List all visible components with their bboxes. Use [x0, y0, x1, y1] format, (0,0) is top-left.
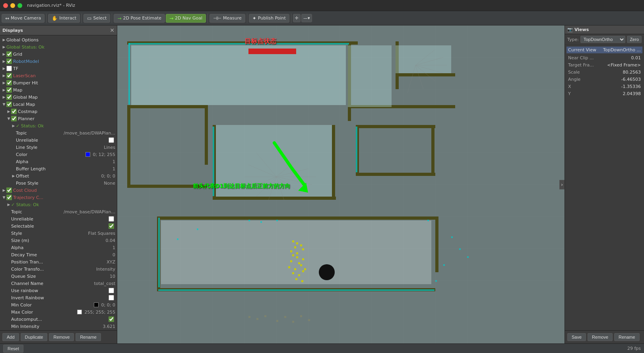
move-camera-button[interactable]: ↔ Move Camera: [2, 14, 45, 23]
localmap-checkbox[interactable]: [6, 101, 12, 107]
displays-close-button[interactable]: ✕: [110, 27, 114, 33]
views-remove-button[interactable]: Remove: [588, 333, 613, 341]
bumperhit-checkbox[interactable]: [6, 80, 12, 86]
tree-item-queuesize[interactable]: Queue Size 10: [5, 273, 117, 280]
svg-rect-36: [356, 125, 435, 128]
tree-item-postrans[interactable]: Position Tran... XYZ: [5, 258, 117, 265]
unreliable-checkbox[interactable]: [109, 137, 114, 143]
tree-item-selectable[interactable]: Selectable: [5, 222, 117, 230]
traj-unreliable-checkbox[interactable]: [109, 216, 114, 222]
svg-rect-83: [290, 260, 292, 262]
displays-tree[interactable]: ▶ Global Options ▶ Global Status: Ok ▶ G…: [0, 35, 117, 330]
tree-item-userainbow[interactable]: Use rainbow: [5, 287, 117, 294]
tree-item-grid[interactable]: ▶ Grid: [0, 51, 117, 58]
tree-item-robotmodel[interactable]: ▶ RobotModel: [0, 58, 117, 65]
tree-item-invertrainbow[interactable]: Invert Rainbow: [5, 294, 117, 301]
grid-checkbox[interactable]: [6, 51, 12, 57]
tree-item-bumperhit[interactable]: ▶ Bumper Hit: [0, 79, 117, 86]
tree-item-planner[interactable]: ▼ Planner: [5, 115, 117, 122]
views-icon: 📷: [567, 27, 573, 32]
tree-item-topic[interactable]: Topic /move_base/DWAPlan...: [10, 129, 117, 137]
remove-button[interactable]: Remove: [49, 333, 74, 341]
tree-item-globalmap[interactable]: ▶ Global Map: [0, 94, 117, 101]
trajectory-checkbox[interactable]: [6, 195, 12, 200]
tree-item-trajectory[interactable]: ▼ Trajectory C...: [0, 194, 117, 201]
selectable-checkbox[interactable]: [109, 223, 114, 229]
tree-item-linestyle[interactable]: Line Style Lines: [10, 144, 117, 151]
nav-goal-button[interactable]: → 2D Nav Goal: [166, 14, 206, 23]
tree-item-alpha2[interactable]: Alpha 1: [5, 244, 117, 251]
target-status-annotation: 目标点状态: [244, 37, 276, 46]
userainbow-checkbox[interactable]: [109, 288, 114, 293]
tree-item-global-options[interactable]: ▶ Global Options: [0, 36, 117, 43]
minimize-button[interactable]: [10, 3, 15, 8]
maxcolor-value: 255; 255; 255: [85, 310, 115, 315]
tree-item-posestyle[interactable]: Pose Style None: [10, 179, 117, 187]
reset-button[interactable]: Reset: [3, 345, 23, 353]
tree-item-traj-topic[interactable]: Topic /move_base/DWAPlan...: [5, 208, 117, 215]
views-rename-button[interactable]: Rename: [614, 333, 640, 341]
tree-item-mincolor[interactable]: Min Color 0; 0; 0: [5, 301, 117, 308]
tree-item-global-status[interactable]: ▶ Global Status: Ok: [0, 43, 117, 51]
tree-item-offset[interactable]: ▶ Offset 0; 0; 0: [10, 172, 117, 179]
map-checkbox[interactable]: [6, 87, 12, 93]
tree-item-traj-status[interactable]: ▶ ✓ Status: Ok: [5, 201, 117, 208]
svg-rect-82: [296, 256, 298, 258]
tree-item-map[interactable]: ▶ Map: [0, 86, 117, 94]
publish-point-button[interactable]: ✦ Publish Point: [249, 14, 289, 23]
bumperhit-label: Bumper Hit: [13, 80, 115, 86]
costmap-checkbox[interactable]: [11, 109, 17, 114]
tree-item-costmap[interactable]: ▶ Costmap: [5, 108, 117, 115]
tree-item-style[interactable]: Style Flat Squares: [5, 230, 117, 237]
invertrainbow-checkbox[interactable]: [109, 295, 114, 300]
tree-item-localmap[interactable]: ▼ Local Map: [0, 101, 117, 108]
tree-item-size[interactable]: Size (m) 0.04: [5, 237, 117, 244]
svg-rect-77: [300, 244, 302, 246]
views-type-select[interactable]: TopDownOrtho: [580, 36, 625, 43]
expand-icon: ▶: [2, 95, 6, 99]
tree-item-costcloud[interactable]: ▶ Cost Cloud: [0, 187, 117, 194]
tree-item-bufferlength[interactable]: Buffer Length 1: [10, 165, 117, 172]
robotmodel-checkbox[interactable]: [6, 59, 12, 64]
add-button[interactable]: Add: [2, 333, 19, 341]
tree-item-laserscan[interactable]: ▶ LaserScan: [0, 72, 117, 79]
tree-item-decaytime[interactable]: Decay Time 0: [5, 251, 117, 258]
globalmap-checkbox[interactable]: [6, 94, 12, 100]
tf-checkbox[interactable]: [6, 66, 12, 71]
toolbar-separator: [46, 14, 47, 23]
select-button[interactable]: ▭ Select: [83, 14, 110, 23]
tree-item-channelname[interactable]: Channel Name total_cost: [5, 280, 117, 287]
pose-estimate-button[interactable]: → 2D Pose Estimate: [114, 14, 165, 23]
rename-button[interactable]: Rename: [76, 333, 101, 341]
viewport[interactable]: 目标点状态 前头代表D1到达目标点后正前方的方向 ›: [117, 25, 564, 343]
views-save-button[interactable]: Save: [567, 333, 586, 341]
tree-item-planner-status[interactable]: ▶ ✓ Status: Ok: [10, 122, 117, 129]
svg-rect-34: [332, 125, 335, 197]
measure-button[interactable]: ⊣⊢ Measure: [209, 14, 245, 23]
svg-rect-85: [302, 258, 304, 260]
tree-item-minintensity[interactable]: Min Intensity 3.621: [5, 323, 117, 330]
tree-item-autocompute[interactable]: Autocomput...: [5, 316, 117, 323]
autocompute-checkbox[interactable]: [109, 316, 114, 322]
tree-item-colortrans[interactable]: Color Transfo... Intensity: [5, 265, 117, 273]
maximize-button[interactable]: [17, 3, 22, 8]
tree-item-maxcolor[interactable]: Max Color 255; 255; 255: [5, 308, 117, 316]
tree-item-color[interactable]: Color 0; 12; 255: [10, 151, 117, 158]
duplicate-button[interactable]: Duplicate: [21, 333, 48, 341]
interact-button[interactable]: ✋ Interact: [48, 14, 80, 23]
tree-item-traj-unreliable[interactable]: Unreliable: [5, 215, 117, 222]
tree-item-unreliable[interactable]: Unreliable: [10, 137, 117, 144]
pose-estimate-label: 2D Pose Estimate: [123, 16, 162, 21]
close-button[interactable]: [3, 3, 8, 8]
laserscan-checkbox[interactable]: [6, 73, 12, 78]
viewport-scroll-arrow[interactable]: ›: [559, 180, 564, 189]
tree-item-tf[interactable]: ▶ TF: [0, 65, 117, 72]
views-type-row: Type: TopDownOrtho Zero: [565, 34, 644, 45]
costcloud-checkbox[interactable]: [6, 187, 12, 193]
tree-item-alpha[interactable]: Alpha 1: [10, 158, 117, 165]
extra-button[interactable]: ✛: [293, 14, 301, 22]
extra-button2[interactable]: —▾: [301, 14, 312, 22]
zero-button[interactable]: Zero: [627, 36, 642, 43]
planner-checkbox[interactable]: [11, 116, 17, 121]
svg-rect-75: [296, 242, 298, 244]
